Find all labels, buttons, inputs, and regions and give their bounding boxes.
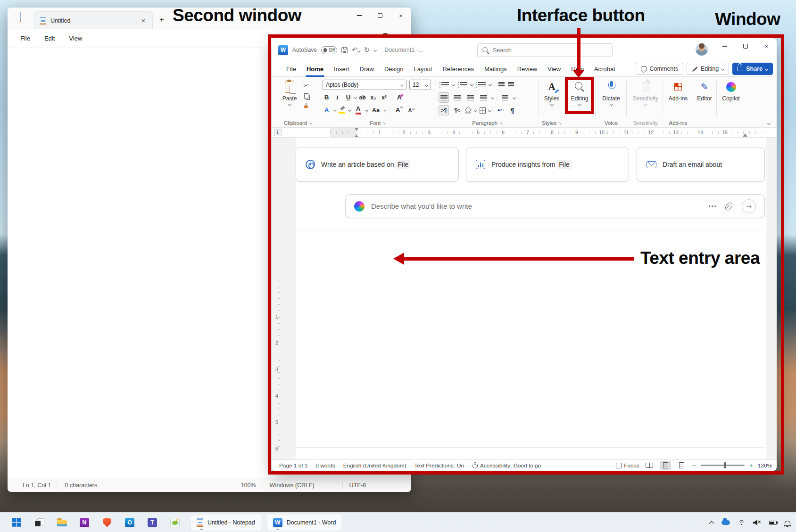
font-size-combo[interactable]: 12: [409, 80, 431, 90]
tab-view[interactable]: View: [542, 62, 566, 76]
file-explorer-button[interactable]: [52, 514, 72, 531]
multilevel-list-button[interactable]: [478, 82, 486, 87]
menu-file[interactable]: File: [14, 32, 36, 45]
chevron-up-icon[interactable]: [709, 521, 714, 526]
minimize-button[interactable]: [714, 38, 735, 54]
volume-muted-icon[interactable]: [753, 520, 761, 525]
taskbar-word-button[interactable]: W Document1 - Word: [267, 514, 342, 531]
clear-formatting-button[interactable]: A: [395, 92, 405, 102]
word-count[interactable]: 0 words: [315, 462, 335, 469]
sort-button[interactable]: AZ↓: [497, 108, 505, 112]
close-button[interactable]: ×: [756, 38, 777, 54]
font-name-combo[interactable]: Aptos (Body): [323, 80, 406, 90]
tab-mailings[interactable]: Mailings: [479, 62, 512, 76]
strikethrough-button[interactable]: ab: [357, 92, 367, 102]
menu-view[interactable]: View: [63, 32, 88, 45]
underline-button[interactable]: U: [343, 92, 353, 102]
battery-icon[interactable]: [769, 521, 777, 525]
comments-button[interactable]: Comments: [636, 63, 683, 75]
numbering-button[interactable]: [460, 82, 467, 87]
customize-toolbar-icon[interactable]: [373, 48, 377, 51]
tab-file[interactable]: File: [281, 62, 301, 76]
collapse-ribbon-icon[interactable]: [767, 122, 771, 125]
right-indent-marker[interactable]: [743, 133, 747, 137]
editor-button[interactable]: ✎ Editor: [694, 80, 715, 102]
shading-button[interactable]: [465, 107, 472, 114]
dictate-button[interactable]: Dictate: [597, 80, 625, 106]
superscript-button[interactable]: x²: [379, 92, 389, 102]
dialog-launcher-font[interactable]: ↘: [382, 121, 386, 125]
tab-home[interactable]: Home: [301, 62, 329, 76]
taskbar-notepad-button[interactable]: Untitled - Notepad: [191, 514, 261, 531]
more-options-icon[interactable]: [709, 205, 710, 207]
notifications-icon[interactable]: [785, 521, 790, 525]
dialog-launcher-paragraph[interactable]: ↘: [499, 121, 503, 125]
copilot-prompt-input[interactable]: [371, 202, 702, 210]
editing-button[interactable]: Editing: [566, 80, 593, 106]
language[interactable]: English (United Kingdom): [343, 462, 406, 469]
zoom-out-button[interactable]: −: [692, 462, 696, 469]
file-chip[interactable]: File: [396, 160, 411, 169]
cut-button[interactable]: ✂: [301, 81, 311, 90]
start-button[interactable]: [7, 514, 26, 531]
save-icon[interactable]: [341, 47, 348, 53]
account-avatar[interactable]: [696, 43, 708, 56]
zoom-in-button[interactable]: +: [749, 462, 753, 469]
editing-mode-button[interactable]: Editing: [687, 63, 729, 75]
align-right-button[interactable]: [465, 92, 475, 103]
notepad-zoom[interactable]: 100%: [241, 482, 256, 489]
font-color-button[interactable]: A: [353, 106, 363, 115]
copilot-card-draft-email[interactable]: Draft an email about: [637, 147, 765, 182]
indent-marker[interactable]: [355, 128, 359, 137]
tab-insert[interactable]: Insert: [329, 62, 355, 76]
styles-button[interactable]: A Styles: [539, 80, 565, 106]
web-layout-button[interactable]: [676, 461, 687, 470]
line-spacing-button[interactable]: [500, 92, 510, 103]
tab-acrobat[interactable]: Acrobat: [589, 62, 621, 76]
accessibility-status[interactable]: Accessibility: Good to go: [472, 462, 541, 469]
focus-mode-button[interactable]: Focus: [616, 462, 639, 469]
notepad-plus-plus-button[interactable]: [165, 514, 185, 531]
text-effects-button[interactable]: A: [322, 105, 332, 115]
copilot-button[interactable]: Copilot: [718, 80, 744, 102]
subscript-button[interactable]: x₂: [368, 92, 378, 102]
change-case-button[interactable]: Aa: [370, 105, 381, 115]
autosave-toggle[interactable]: Off: [321, 46, 337, 54]
search-input[interactable]: [493, 47, 587, 54]
dialog-launcher-styles[interactable]: ↘: [558, 121, 562, 125]
search-box[interactable]: [477, 43, 613, 57]
align-left-button[interactable]: [439, 92, 449, 103]
tab-references[interactable]: References: [437, 62, 479, 76]
addins-button[interactable]: Add-ins: [664, 80, 692, 102]
tab-review[interactable]: Review: [512, 62, 543, 76]
ltr-text-button[interactable]: >¶: [439, 105, 449, 115]
file-chip[interactable]: File: [557, 160, 572, 169]
grow-font-button[interactable]: A: [394, 105, 404, 115]
bold-button[interactable]: B: [322, 92, 332, 102]
read-mode-button[interactable]: [644, 461, 655, 470]
notepad-tab[interactable]: Untitled ×: [34, 11, 153, 29]
increase-indent-button[interactable]: [508, 82, 514, 87]
teams-button[interactable]: T: [142, 514, 162, 531]
undo-icon[interactable]: ↶: [352, 47, 360, 54]
redo-icon[interactable]: ↻: [364, 47, 370, 54]
borders-button[interactable]: [480, 107, 486, 114]
attach-icon[interactable]: [724, 201, 734, 211]
justify-button[interactable]: [478, 92, 489, 103]
page-indicator[interactable]: Page 1 of 1: [279, 462, 307, 469]
line-endings[interactable]: Windows (CRLF): [270, 482, 336, 489]
horizontal-ruler[interactable]: L 1 2 3 4 5 6 7 8 9 10 11 12 13 14 15: [272, 128, 777, 138]
tab-selector[interactable]: L: [274, 129, 282, 136]
show-hide-pilcrow-button[interactable]: ¶: [507, 106, 517, 115]
maximize-button[interactable]: [735, 38, 756, 54]
italic-button[interactable]: I: [332, 92, 342, 102]
tab-close-icon[interactable]: ×: [139, 16, 148, 25]
decrease-indent-button[interactable]: [498, 82, 505, 87]
tab-layout[interactable]: Layout: [408, 62, 437, 76]
zoom-slider-thumb[interactable]: [724, 462, 726, 468]
copilot-card-produce-insights[interactable]: Produce insights from File: [466, 147, 629, 182]
share-button[interactable]: Share: [732, 63, 773, 75]
paste-button[interactable]: Paste: [277, 80, 302, 106]
menu-edit[interactable]: Edit: [38, 32, 61, 45]
align-center-button[interactable]: [452, 92, 462, 103]
